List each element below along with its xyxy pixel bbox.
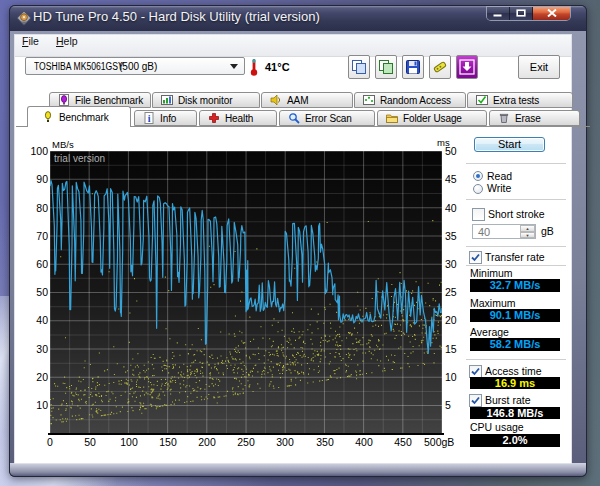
svg-text:i: i [148, 113, 151, 124]
svg-text:trial version: trial version [54, 153, 105, 164]
